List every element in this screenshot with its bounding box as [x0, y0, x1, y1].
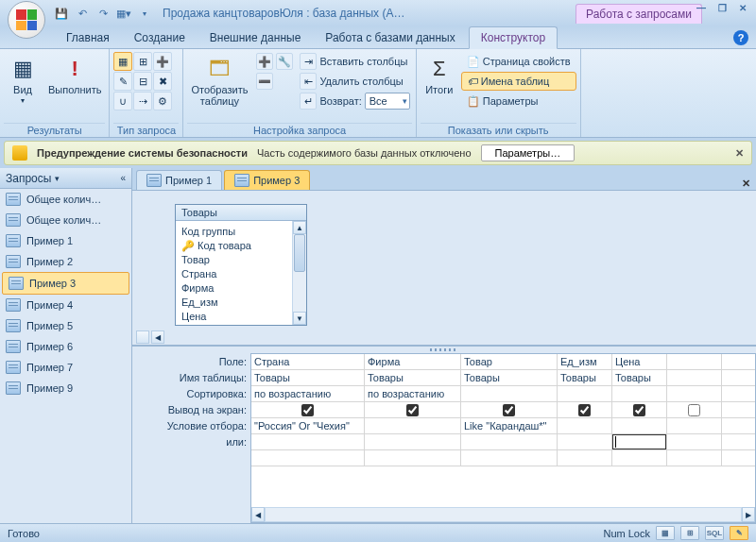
grid-cell[interactable] — [612, 402, 667, 417]
table-window-title[interactable]: Товары — [176, 205, 306, 221]
qat-customize-icon[interactable]: ▾ — [136, 5, 153, 22]
grid-cell[interactable] — [251, 402, 365, 417]
show-checkbox[interactable] — [633, 404, 645, 416]
redo-icon[interactable]: ↷ — [94, 5, 112, 22]
grid-cell[interactable] — [612, 434, 667, 449]
grid-cell[interactable] — [461, 386, 558, 401]
grid-h-track[interactable] — [265, 507, 742, 522]
field-item[interactable]: Страна — [181, 267, 286, 281]
grid-scroll-left-icon[interactable]: ◀ — [251, 507, 265, 522]
update-icon[interactable]: ✎ — [113, 72, 132, 91]
grid-cell[interactable] — [612, 418, 667, 433]
design-grid[interactable]: СтранаФирмаТоварЕд_измЦенаТоварыТоварыТо… — [250, 353, 756, 523]
scroll-left-icon[interactable]: ◀ — [151, 330, 164, 344]
grid-cell[interactable] — [667, 402, 722, 417]
help-icon[interactable]: ? — [733, 30, 748, 45]
grid-cell[interactable]: Фирма — [365, 354, 461, 369]
append-icon[interactable]: ➕ — [153, 52, 172, 71]
restore-button[interactable]: ❐ — [713, 2, 731, 13]
nav-item[interactable]: Пример 2 — [0, 251, 131, 272]
show-checkbox[interactable] — [301, 404, 314, 416]
save-icon[interactable]: 💾 — [53, 5, 70, 22]
run-button[interactable]: ! Выполнить — [44, 52, 105, 97]
grid-cell[interactable] — [461, 434, 558, 449]
grid-cell[interactable]: Товар — [461, 354, 558, 369]
grid-cell[interactable] — [667, 418, 722, 433]
nav-item[interactable]: Пример 1 — [0, 230, 131, 251]
grid-cell[interactable] — [667, 434, 722, 449]
show-checkbox[interactable] — [503, 404, 515, 416]
insert-columns-button[interactable]: ⇥Вставить столбцы — [298, 52, 411, 71]
return-combo[interactable]: Все — [365, 93, 410, 110]
grid-cell[interactable] — [251, 450, 365, 466]
sql-view-btn[interactable]: SQL — [705, 526, 724, 540]
security-close-button[interactable]: ✕ — [735, 147, 744, 160]
field-item[interactable]: Товар — [181, 253, 286, 267]
nav-item[interactable]: Общее колич… — [0, 189, 131, 210]
table-names-button[interactable]: 🏷Имена таблиц — [461, 72, 576, 91]
grid-cell[interactable] — [365, 402, 461, 417]
nav-item[interactable]: Пример 3 — [2, 272, 129, 295]
grid-cell[interactable] — [365, 450, 461, 466]
field-item[interactable]: Код группы — [181, 225, 286, 239]
union-icon[interactable]: ∪ — [113, 92, 132, 110]
nav-item[interactable]: Пример 5 — [0, 315, 131, 336]
table-window-products[interactable]: Товары Код группы🔑 Код товараТоварСтрана… — [175, 204, 307, 326]
select-query-icon[interactable]: ▦ — [113, 52, 132, 71]
close-button[interactable]: ✕ — [733, 2, 752, 13]
grid-cell[interactable]: по возрастанию — [251, 386, 365, 401]
tables-pane[interactable]: Товары Код группы🔑 Код товараТоварСтрана… — [132, 191, 756, 347]
view-button[interactable]: ▦ Вид ▾ — [4, 52, 42, 109]
show-checkbox[interactable] — [406, 404, 419, 416]
crosstab-icon[interactable]: ⊟ — [133, 72, 152, 91]
doc-tab-example3[interactable]: Пример 3 — [224, 170, 310, 190]
parameters-button[interactable]: 📋Параметры — [461, 92, 576, 110]
grid-cell[interactable]: Товары — [558, 370, 612, 385]
tab-home[interactable]: Главная — [55, 27, 121, 48]
delete-columns-button[interactable]: ⇤Удалить столбцы — [298, 72, 411, 91]
grid-cell[interactable]: Товары — [612, 370, 667, 385]
doc-tab-example1[interactable]: Пример 1 — [136, 170, 222, 190]
delete-rows-icon[interactable]: ➖ — [256, 73, 273, 90]
design-view-btn[interactable]: ✎ — [730, 526, 748, 540]
office-button[interactable] — [8, 1, 45, 39]
grid-cell[interactable] — [365, 434, 461, 449]
grid-cell[interactable]: Товары — [365, 370, 461, 385]
grid-cell[interactable] — [667, 450, 722, 466]
nav-item[interactable]: Пример 9 — [0, 378, 131, 398]
tab-create[interactable]: Создание — [123, 27, 197, 48]
pivot-view-btn[interactable]: ⊞ — [680, 526, 699, 540]
grid-cell[interactable] — [365, 418, 461, 433]
grid-cell[interactable] — [558, 402, 612, 417]
grid-scroll-right-icon[interactable]: ▶ — [742, 507, 755, 522]
tab-database-tools[interactable]: Работа с базами данных — [314, 27, 466, 48]
grid-cell[interactable] — [558, 386, 612, 401]
nav-header[interactable]: Запросы ▾ « — [0, 168, 131, 189]
h-scroll-track[interactable] — [164, 330, 752, 344]
grid-cell[interactable] — [612, 450, 667, 466]
splitter[interactable] — [132, 347, 756, 353]
grid-cell[interactable]: Like "Карандаш*" — [461, 418, 558, 433]
grid-cell[interactable]: Товары — [461, 370, 558, 385]
nav-item[interactable]: Общее колич… — [0, 210, 131, 230]
show-table-button[interactable]: 🗔 Отобразить таблицу — [187, 52, 251, 109]
delete-query-icon[interactable]: ✖ — [153, 72, 172, 91]
nav-item[interactable]: Пример 6 — [0, 336, 131, 357]
scroll-down-icon[interactable]: ▼ — [293, 312, 306, 325]
grid-cell[interactable] — [558, 434, 612, 449]
field-item[interactable]: Цена — [181, 310, 286, 324]
grid-cell[interactable]: Цена — [612, 354, 667, 369]
data-def-icon[interactable]: ⚙ — [153, 92, 172, 110]
scroll-up-icon[interactable]: ▲ — [293, 221, 306, 234]
grid-cell[interactable] — [558, 418, 612, 433]
grid-cell[interactable]: "Россия" Or "Чехия" — [251, 418, 365, 433]
tab-design[interactable]: Конструктор — [469, 26, 558, 49]
grid-cell[interactable] — [558, 450, 612, 466]
grid-cell[interactable]: Ед_изм — [558, 354, 612, 369]
collapse-nav-icon[interactable]: « — [120, 173, 126, 183]
show-checkbox[interactable] — [578, 404, 591, 416]
tab-external-data[interactable]: Внешние данные — [198, 27, 313, 48]
field-item[interactable]: 🔑 Код товара — [181, 239, 286, 253]
insert-rows-icon[interactable]: ➕ — [256, 53, 273, 70]
grid-cell[interactable] — [667, 370, 722, 385]
